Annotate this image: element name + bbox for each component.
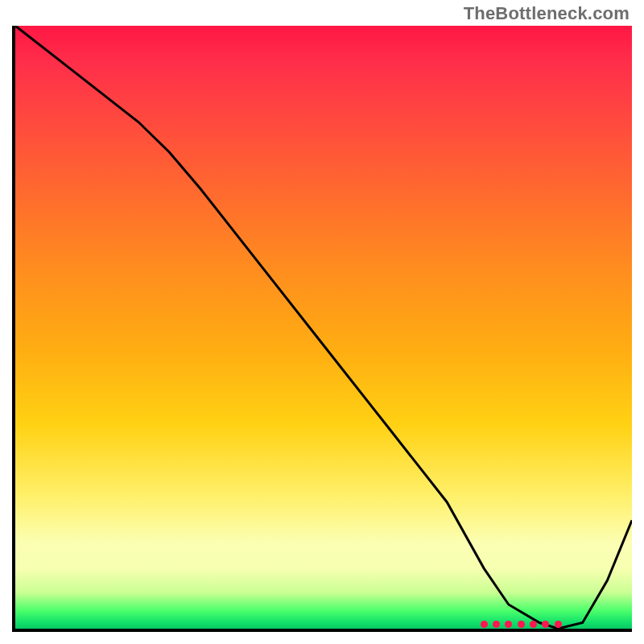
highlight-dot bbox=[481, 621, 488, 628]
chart-container: TheBottleneck.com bbox=[0, 0, 644, 644]
highlight-dot bbox=[530, 621, 537, 628]
highlight-dot bbox=[505, 621, 512, 628]
highlight-dot bbox=[518, 621, 525, 628]
highlight-dot bbox=[542, 621, 549, 628]
watermark-text: TheBottleneck.com bbox=[464, 3, 630, 24]
highlight-dot bbox=[493, 621, 500, 628]
highlight-dot bbox=[555, 621, 562, 628]
plot-area bbox=[12, 26, 632, 632]
curve-line bbox=[15, 26, 632, 629]
bottleneck-curve bbox=[15, 26, 632, 629]
